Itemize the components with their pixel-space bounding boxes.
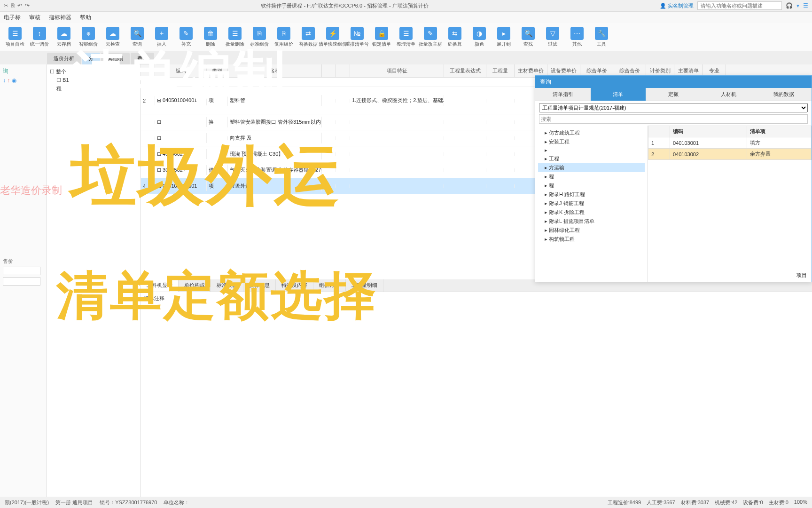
tool-查询[interactable]: 🔍查询	[126, 24, 148, 50]
menu-ebid[interactable]: 电子标	[4, 14, 21, 22]
tool-icon: ⚡	[326, 27, 339, 40]
tool-icon: ☰	[228, 27, 242, 40]
tool-其他[interactable]: ⋯其他	[566, 24, 588, 50]
tool-复用组价[interactable]: ⎘复用组价	[273, 24, 295, 50]
tab-cost-analysis[interactable]: 造价分析	[47, 53, 81, 64]
lookup-tab[interactable]: 人材机	[701, 88, 757, 101]
tab-other[interactable]: 其他项	[101, 53, 130, 64]
tool-工具[interactable]: 🔧工具	[590, 24, 613, 50]
tool-插入[interactable]: ＋插入	[150, 24, 173, 50]
tool-砼换算[interactable]: ⇆砼换算	[444, 24, 466, 50]
detail-tab[interactable]: 标准换算	[211, 279, 243, 292]
tool-标准组价[interactable]: ⎘标准组价	[248, 24, 271, 50]
tree-node[interactable]: ▸ 程	[538, 172, 645, 181]
tree-node[interactable]: ▸ 工程	[538, 154, 645, 163]
tab-fee[interactable]: 费用	[131, 53, 154, 64]
tool-替换数据[interactable]: ⇄替换数据	[297, 24, 320, 50]
price-input[interactable]	[3, 267, 40, 275]
undo-icon[interactable]: ↶	[17, 2, 22, 9]
tool-颜色[interactable]: ◑颜色	[468, 24, 491, 50]
tool-整理清单[interactable]: ☰整理清单	[395, 24, 417, 50]
column-header[interactable]: 编码	[155, 64, 207, 77]
tab-division[interactable]: 分	[82, 53, 100, 64]
arrow-up-icon[interactable]: ↑	[7, 77, 10, 84]
tree-node[interactable]: ▸ 园林绿化工程	[538, 226, 645, 235]
redo-icon[interactable]: ↷	[25, 2, 30, 9]
col-code: 编码	[670, 126, 747, 137]
nav-item[interactable]: 询	[3, 67, 44, 75]
status-bar: 额(2017)(一般计税) 第一册 通用项目 锁号：YSZZ8001776970…	[0, 497, 812, 508]
menu-review[interactable]: 审核	[29, 14, 40, 22]
lookup-search-input[interactable]	[539, 114, 808, 124]
tree-root[interactable]: ☐ 整个	[50, 67, 138, 76]
tool-项目自检[interactable]: ☰项目自检	[4, 24, 26, 50]
result-row[interactable]: 1040103001填方	[648, 137, 812, 149]
tree-node[interactable]: ▸	[538, 146, 645, 154]
price-input-2[interactable]	[3, 277, 40, 286]
tool-批量删除[interactable]: ☰批量删除	[224, 24, 246, 50]
window-title: 软件操作手册课程 - F:/广联达文件/GCCP6.0 - 招标管理 - 广联达…	[30, 2, 660, 9]
tree-node[interactable]: ▸ 附录K 拆除工程	[538, 208, 645, 217]
tree-node[interactable]: ▸ 程	[538, 181, 645, 190]
tool-云存档[interactable]: ☁云存档	[53, 24, 75, 50]
headset-icon[interactable]: 🎧	[786, 2, 793, 9]
tool-icon: ⋯	[570, 27, 584, 40]
detail-tab[interactable]: 组价方案	[313, 279, 346, 292]
tree-node[interactable]: ▸ 构筑物工程	[538, 235, 645, 244]
column-header[interactable]: 名称	[228, 64, 322, 77]
detail-tab[interactable]: 换算信息	[243, 279, 276, 292]
lookup-tab[interactable]: 定额	[646, 88, 701, 101]
tool-展开到[interactable]: ▸展开到	[492, 24, 515, 50]
tool-过滤[interactable]: ▽过滤	[541, 24, 564, 50]
spec-select[interactable]: 工程量清单项目计量规范(2017-福建)	[539, 103, 808, 112]
tree-node[interactable]: ▸ 附录H 路灯工程	[538, 190, 645, 199]
status-metric: 人工费:3567	[647, 499, 675, 506]
column-header[interactable]	[322, 64, 336, 77]
tool-批量改主材[interactable]: ✎批量改主材	[419, 24, 442, 50]
tool-清单快速组价[interactable]: ⚡清单快速组价	[321, 24, 344, 50]
tree-node[interactable]: ▸ 仿古建筑工程	[538, 128, 645, 137]
menu-bar: 电子标 审核 指标神器 帮助	[0, 12, 812, 23]
tree-node[interactable]: ▸ 安装工程	[538, 137, 645, 146]
lookup-tab[interactable]: 我的数据	[756, 88, 812, 101]
category-tree[interactable]: ▸ 仿古建筑工程▸ 安装工程▸ ▸ 工程▸ 方运输▸ 程▸ 程▸ 附录H 路灯工…	[535, 126, 648, 282]
result-row[interactable]: 2040103002余方弃置	[648, 149, 812, 160]
help-search-input[interactable]	[697, 1, 782, 10]
column-header[interactable]	[336, 64, 350, 77]
circle-icon[interactable]: ◉	[12, 77, 16, 84]
tree-node[interactable]: ▸ 方运输	[538, 163, 645, 172]
copy-icon[interactable]: ⎘	[11, 2, 15, 9]
tool-锁定清单[interactable]: 🔒锁定清单	[370, 24, 393, 50]
lookup-tab[interactable]: 清单	[591, 88, 646, 101]
tool-icon: ⎘	[253, 27, 266, 40]
column-header[interactable]: 项目特征	[350, 64, 444, 77]
column-header[interactable]: 工程量	[486, 64, 515, 77]
tree-node[interactable]: 程	[50, 84, 138, 93]
tool-云检查[interactable]: ☁云检查	[102, 24, 124, 50]
column-header[interactable]: 工程量表达式	[444, 64, 486, 77]
bell-icon[interactable]: ▾	[796, 2, 799, 9]
user-badge[interactable]: 👤 实名制管理	[660, 2, 694, 9]
tree-node[interactable]: ☐ B1	[50, 76, 138, 84]
settings-icon[interactable]: ☰	[803, 2, 808, 9]
tree-node[interactable]: ▸ 附录L 措施项目清单	[538, 217, 645, 226]
menu-indicator[interactable]: 指标神器	[49, 14, 71, 22]
column-header[interactable]: 类别	[207, 64, 228, 77]
detail-tab[interactable]: 工程量明细	[346, 279, 383, 292]
tool-查找[interactable]: 🔍查找	[517, 24, 539, 50]
scissors-icon[interactable]: ✂	[4, 2, 8, 9]
tool-重排清单号[interactable]: №重排清单号	[346, 24, 368, 50]
tool-删除[interactable]: 🗑删除	[199, 24, 222, 50]
detail-tab[interactable]: 单价构成	[179, 279, 211, 292]
arrow-down-icon[interactable]: ↓	[3, 77, 6, 84]
menu-help[interactable]: 帮助	[80, 14, 91, 22]
tool-统一调价[interactable]: ↕统一调价	[28, 24, 51, 50]
tree-node[interactable]: ▸ 附录J 钢筋工程	[538, 199, 645, 208]
detail-tab[interactable]: 工料机显示	[141, 279, 179, 292]
lookup-tab[interactable]: 清单指引	[535, 88, 591, 101]
column-header[interactable]	[141, 64, 155, 77]
detail-tab[interactable]: 特征及内容	[276, 279, 313, 292]
result-list: 编码清单项 1040103001填方2040103002余方弃置 项目	[648, 126, 812, 282]
tool-智能组价[interactable]: ⎈智能组价	[77, 24, 100, 50]
tool-补充[interactable]: ✎补充	[175, 24, 197, 50]
